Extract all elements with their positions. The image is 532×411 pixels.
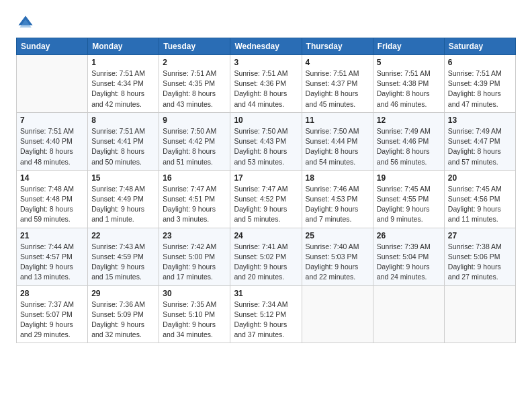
day-info: Sunrise: 7:51 AMSunset: 4:36 PMDaylight:… — [234, 68, 298, 109]
day-number: 22 — [91, 231, 155, 240]
calendar-cell — [373, 285, 444, 343]
day-info: Sunrise: 7:51 AMSunset: 4:35 PMDaylight:… — [163, 68, 226, 109]
day-info: Sunrise: 7:47 AMSunset: 4:51 PMDaylight:… — [163, 184, 226, 225]
day-info: Sunrise: 7:47 AMSunset: 4:52 PMDaylight:… — [234, 184, 298, 225]
week-row-1: 1Sunrise: 7:51 AMSunset: 4:34 PMDaylight… — [17, 55, 516, 113]
weekday-sunday: Sunday — [17, 38, 88, 55]
day-number: 23 — [163, 231, 226, 240]
calendar-cell: 19Sunrise: 7:45 AMSunset: 4:55 PMDayligh… — [373, 170, 444, 228]
weekday-friday: Friday — [373, 38, 444, 55]
day-number: 17 — [234, 173, 298, 183]
calendar-cell: 13Sunrise: 7:49 AMSunset: 4:47 PMDayligh… — [444, 112, 515, 170]
day-number: 3 — [234, 58, 298, 67]
day-info: Sunrise: 7:49 AMSunset: 4:47 PMDaylight:… — [448, 126, 512, 167]
calendar-cell: 4Sunrise: 7:51 AMSunset: 4:37 PMDaylight… — [302, 55, 373, 113]
calendar-cell: 8Sunrise: 7:51 AMSunset: 4:41 PMDaylight… — [88, 112, 159, 170]
week-row-2: 7Sunrise: 7:51 AMSunset: 4:40 PMDaylight… — [17, 112, 516, 170]
day-number: 20 — [448, 173, 512, 183]
day-info: Sunrise: 7:49 AMSunset: 4:46 PMDaylight:… — [377, 126, 441, 167]
day-info: Sunrise: 7:37 AMSunset: 5:07 PMDaylight:… — [20, 300, 84, 340]
day-info: Sunrise: 7:38 AMSunset: 5:06 PMDaylight:… — [448, 242, 512, 283]
day-number: 15 — [91, 173, 155, 183]
day-number: 27 — [448, 231, 512, 240]
day-number: 5 — [377, 58, 441, 67]
day-number: 1 — [91, 58, 155, 67]
calendar-cell — [444, 285, 515, 343]
day-info: Sunrise: 7:51 AMSunset: 4:37 PMDaylight:… — [306, 68, 369, 109]
calendar-cell: 14Sunrise: 7:48 AMSunset: 4:48 PMDayligh… — [17, 170, 88, 228]
calendar-cell: 30Sunrise: 7:35 AMSunset: 5:10 PMDayligh… — [159, 285, 230, 343]
day-number: 11 — [306, 116, 369, 125]
day-info: Sunrise: 7:42 AMSunset: 5:00 PMDaylight:… — [163, 242, 226, 283]
day-info: Sunrise: 7:36 AMSunset: 5:09 PMDaylight:… — [91, 300, 155, 340]
day-number: 7 — [20, 116, 84, 125]
day-number: 9 — [163, 116, 226, 125]
calendar-cell: 22Sunrise: 7:43 AMSunset: 4:59 PMDayligh… — [88, 228, 159, 285]
weekday-saturday: Saturday — [444, 38, 515, 55]
calendar-cell: 24Sunrise: 7:41 AMSunset: 5:02 PMDayligh… — [230, 228, 302, 285]
day-info: Sunrise: 7:39 AMSunset: 5:04 PMDaylight:… — [377, 242, 441, 283]
calendar-cell: 27Sunrise: 7:38 AMSunset: 5:06 PMDayligh… — [444, 228, 515, 285]
logo — [16, 13, 38, 32]
calendar-cell: 26Sunrise: 7:39 AMSunset: 5:04 PMDayligh… — [373, 228, 444, 285]
calendar-cell: 7Sunrise: 7:51 AMSunset: 4:40 PMDaylight… — [17, 112, 88, 170]
day-info: Sunrise: 7:48 AMSunset: 4:49 PMDaylight:… — [91, 184, 155, 225]
week-row-4: 21Sunrise: 7:44 AMSunset: 4:57 PMDayligh… — [17, 228, 516, 285]
calendar-cell: 12Sunrise: 7:49 AMSunset: 4:46 PMDayligh… — [373, 112, 444, 170]
calendar-cell: 18Sunrise: 7:46 AMSunset: 4:53 PMDayligh… — [302, 170, 373, 228]
day-info: Sunrise: 7:35 AMSunset: 5:10 PMDaylight:… — [163, 300, 226, 340]
calendar-cell: 2Sunrise: 7:51 AMSunset: 4:35 PMDaylight… — [159, 55, 230, 113]
calendar-cell: 25Sunrise: 7:40 AMSunset: 5:03 PMDayligh… — [302, 228, 373, 285]
day-info: Sunrise: 7:51 AMSunset: 4:38 PMDaylight:… — [377, 68, 441, 109]
day-info: Sunrise: 7:48 AMSunset: 4:48 PMDaylight:… — [20, 184, 84, 225]
day-number: 29 — [91, 289, 155, 298]
day-info: Sunrise: 7:50 AMSunset: 4:42 PMDaylight:… — [163, 126, 226, 167]
day-number: 13 — [448, 116, 512, 125]
day-info: Sunrise: 7:45 AMSunset: 4:55 PMDaylight:… — [377, 184, 441, 225]
day-number: 18 — [306, 173, 369, 183]
weekday-thursday: Thursday — [302, 38, 373, 55]
day-info: Sunrise: 7:51 AMSunset: 4:40 PMDaylight:… — [20, 126, 84, 167]
day-number: 31 — [234, 289, 298, 298]
calendar-cell: 17Sunrise: 7:47 AMSunset: 4:52 PMDayligh… — [230, 170, 302, 228]
calendar-cell: 29Sunrise: 7:36 AMSunset: 5:09 PMDayligh… — [88, 285, 159, 343]
weekday-tuesday: Tuesday — [159, 38, 230, 55]
calendar-cell: 3Sunrise: 7:51 AMSunset: 4:36 PMDaylight… — [230, 55, 302, 113]
logo-icon — [16, 13, 35, 32]
day-number: 24 — [234, 231, 298, 240]
day-info: Sunrise: 7:50 AMSunset: 4:43 PMDaylight:… — [234, 126, 298, 167]
day-info: Sunrise: 7:43 AMSunset: 4:59 PMDaylight:… — [91, 242, 155, 283]
day-number: 26 — [377, 231, 441, 240]
day-info: Sunrise: 7:51 AMSunset: 4:41 PMDaylight:… — [91, 126, 155, 167]
calendar-cell: 16Sunrise: 7:47 AMSunset: 4:51 PMDayligh… — [159, 170, 230, 228]
calendar-cell: 21Sunrise: 7:44 AMSunset: 4:57 PMDayligh… — [17, 228, 88, 285]
calendar-cell: 15Sunrise: 7:48 AMSunset: 4:49 PMDayligh… — [88, 170, 159, 228]
day-number: 21 — [20, 231, 84, 240]
day-info: Sunrise: 7:34 AMSunset: 5:12 PMDaylight:… — [234, 300, 298, 340]
day-info: Sunrise: 7:44 AMSunset: 4:57 PMDaylight:… — [20, 242, 84, 283]
day-info: Sunrise: 7:51 AMSunset: 4:34 PMDaylight:… — [91, 68, 155, 109]
calendar-cell: 20Sunrise: 7:45 AMSunset: 4:56 PMDayligh… — [444, 170, 515, 228]
day-info: Sunrise: 7:40 AMSunset: 5:03 PMDaylight:… — [306, 242, 369, 283]
day-number: 2 — [163, 58, 226, 67]
day-number: 12 — [377, 116, 441, 125]
calendar-cell: 5Sunrise: 7:51 AMSunset: 4:38 PMDaylight… — [373, 55, 444, 113]
calendar-cell: 23Sunrise: 7:42 AMSunset: 5:00 PMDayligh… — [159, 228, 230, 285]
day-info: Sunrise: 7:50 AMSunset: 4:44 PMDaylight:… — [306, 126, 369, 167]
day-number: 8 — [91, 116, 155, 125]
weekday-header-row: SundayMondayTuesdayWednesdayThursdayFrid… — [17, 38, 516, 55]
calendar-cell: 10Sunrise: 7:50 AMSunset: 4:43 PMDayligh… — [230, 112, 302, 170]
day-number: 16 — [163, 173, 226, 183]
day-number: 19 — [377, 173, 441, 183]
calendar-cell: 28Sunrise: 7:37 AMSunset: 5:07 PMDayligh… — [17, 285, 88, 343]
day-number: 28 — [20, 289, 84, 298]
day-number: 4 — [306, 58, 369, 67]
day-number: 14 — [20, 173, 84, 183]
day-info: Sunrise: 7:46 AMSunset: 4:53 PMDaylight:… — [306, 184, 369, 225]
day-info: Sunrise: 7:51 AMSunset: 4:39 PMDaylight:… — [448, 68, 512, 109]
day-info: Sunrise: 7:41 AMSunset: 5:02 PMDaylight:… — [234, 242, 298, 283]
calendar-cell — [302, 285, 373, 343]
calendar-cell: 6Sunrise: 7:51 AMSunset: 4:39 PMDaylight… — [444, 55, 515, 113]
calendar-cell: 9Sunrise: 7:50 AMSunset: 4:42 PMDaylight… — [159, 112, 230, 170]
day-number: 25 — [306, 231, 369, 240]
